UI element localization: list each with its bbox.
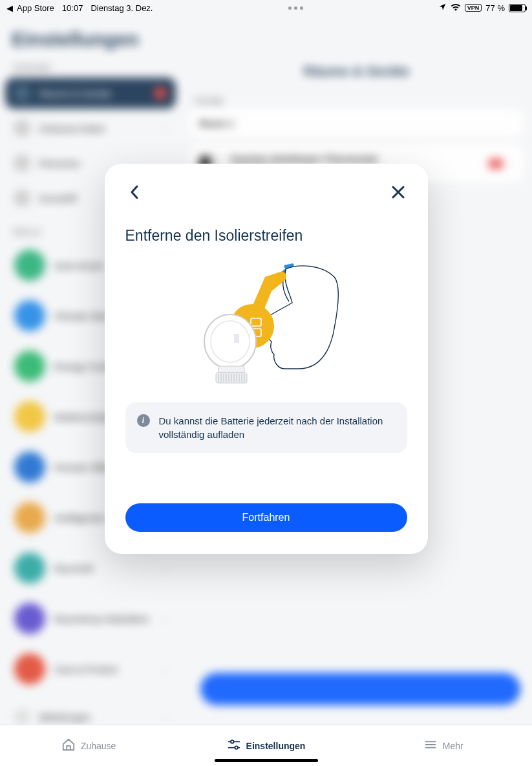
sliders-icon	[227, 738, 241, 754]
info-icon: i	[137, 414, 150, 427]
info-box: i Du kannst die Batterie jederzeit nach …	[125, 402, 407, 453]
close-button[interactable]	[389, 183, 407, 201]
tab-home[interactable]: Zuhause	[0, 725, 177, 766]
tab-home-label: Zuhause	[81, 741, 116, 751]
home-indicator[interactable]	[215, 759, 318, 762]
modal-title: Entferne den Isolierstreifen	[125, 227, 407, 245]
isolation-strip-illustration	[125, 245, 407, 402]
home-icon	[61, 738, 76, 754]
tab-more-label: Mehr	[443, 741, 463, 751]
info-text: Du kannst die Batterie jederzeit nach de…	[159, 414, 396, 441]
tab-settings-label: Einstellungen	[246, 741, 306, 751]
menu-icon	[423, 738, 438, 754]
tab-more[interactable]: Mehr	[355, 725, 532, 766]
back-button[interactable]	[125, 183, 144, 201]
continue-button[interactable]: Fortfahren	[125, 503, 407, 532]
svg-point-21	[231, 740, 234, 743]
svg-point-22	[235, 746, 238, 749]
svg-point-3	[204, 314, 256, 369]
svg-rect-6	[218, 366, 244, 373]
setup-modal: Entferne den Isolierstreifen	[105, 164, 428, 554]
svg-rect-5	[234, 334, 239, 343]
